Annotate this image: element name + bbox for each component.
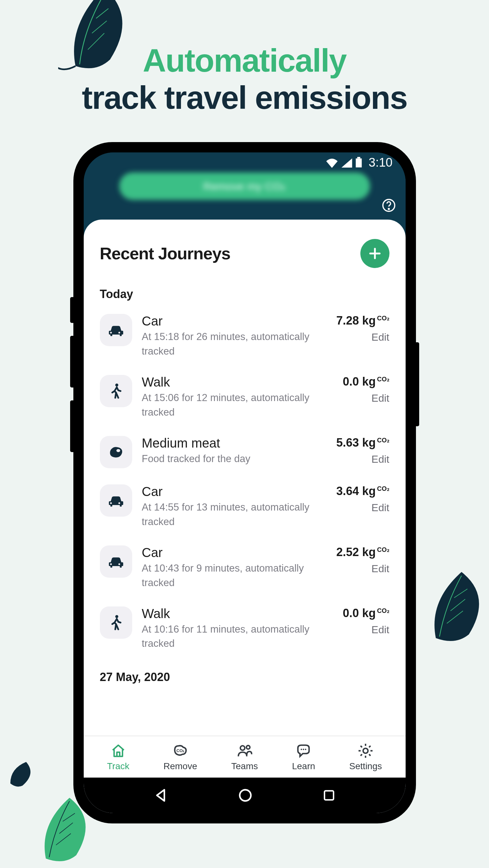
headline-line1: Automatically xyxy=(0,42,489,79)
nav-learn[interactable]: Learn xyxy=(292,742,315,771)
battery-icon xyxy=(355,157,362,168)
nav-remove[interactable]: Remove xyxy=(164,742,197,771)
svg-rect-5 xyxy=(324,791,334,800)
journey-row[interactable]: Car At 15:18 for 26 minutes, automatical… xyxy=(100,314,390,359)
svg-rect-1 xyxy=(357,157,360,159)
journey-title: Walk xyxy=(142,607,322,621)
signal-icon xyxy=(341,158,353,168)
headline-line2: track travel emissions xyxy=(0,79,489,116)
help-icon[interactable] xyxy=(382,198,396,213)
add-journey-button[interactable] xyxy=(361,239,390,268)
nav-label: Remove xyxy=(164,761,197,771)
journey-title: Car xyxy=(142,314,322,329)
svg-point-3 xyxy=(388,209,389,210)
car-icon xyxy=(100,546,132,578)
nav-track[interactable]: Track xyxy=(107,742,129,771)
journey-row[interactable]: Medium meat Food tracked for the day 5.6… xyxy=(100,436,390,468)
content-card: Recent Journeys Today Car At 15:18 for 2… xyxy=(84,220,406,813)
journey-amount: 0.0 kgCO₂ xyxy=(343,375,389,389)
people-icon xyxy=(236,742,253,759)
android-recents-icon[interactable] xyxy=(322,788,336,802)
leaf-decoration xyxy=(424,568,489,649)
phone-frame: 3:10 Remove my CO₂ Recent Journeys xyxy=(74,142,416,824)
journey-amount: 0.0 kgCO₂ xyxy=(343,607,389,620)
nav-teams[interactable]: Teams xyxy=(231,742,258,771)
walk-icon xyxy=(100,375,132,407)
android-nav-bar xyxy=(84,778,406,813)
edit-link[interactable]: Edit xyxy=(371,331,389,343)
nav-label: Learn xyxy=(292,761,315,771)
journey-amount: 3.64 kgCO₂ xyxy=(336,485,389,498)
nav-label: Track xyxy=(107,761,129,771)
app-header: Remove my CO₂ xyxy=(84,173,406,221)
journey-subtitle: At 15:18 for 26 minutes, automatically t… xyxy=(142,330,322,359)
gear-icon xyxy=(357,742,374,759)
edit-link[interactable]: Edit xyxy=(371,624,389,636)
edit-link[interactable]: Edit xyxy=(371,454,389,465)
journey-row[interactable]: Walk At 15:06 for 12 minutes, automatica… xyxy=(100,375,390,420)
journey-subtitle: Food tracked for the day xyxy=(142,452,322,466)
journey-subtitle: At 14:55 for 13 minutes, automatically t… xyxy=(142,500,322,529)
svg-point-4 xyxy=(239,790,251,801)
journey-subtitle: At 10:43 for 9 minutes, automatically tr… xyxy=(142,561,322,590)
meat-icon xyxy=(100,436,132,468)
pill-label: Remove my CO₂ xyxy=(203,180,286,193)
journey-title: Walk xyxy=(142,375,322,390)
journey-amount: 5.63 kgCO₂ xyxy=(336,436,389,450)
journey-amount: 7.28 kgCO₂ xyxy=(336,314,389,328)
nav-label: Settings xyxy=(349,761,382,771)
android-home-icon[interactable] xyxy=(238,788,253,803)
journey-row[interactable]: Walk At 10:16 for 11 minutes, automatica… xyxy=(100,607,390,651)
edit-link[interactable]: Edit xyxy=(371,563,389,575)
status-icons xyxy=(325,157,362,168)
journey-title: Car xyxy=(142,485,322,499)
edit-link[interactable]: Edit xyxy=(371,392,389,404)
wifi-icon xyxy=(325,158,338,168)
journey-title: Medium meat xyxy=(142,436,322,451)
car-icon xyxy=(100,314,132,346)
bottom-nav: Track Remove Teams Learn Settings xyxy=(84,736,406,778)
journey-row[interactable]: Car At 10:43 for 9 minutes, automaticall… xyxy=(100,546,390,590)
journey-subtitle: At 15:06 for 12 minutes, automatically t… xyxy=(142,391,322,420)
headline: Automatically track travel emissions xyxy=(0,42,489,116)
nav-label: Teams xyxy=(231,761,258,771)
previous-day-label: 27 May, 2020 xyxy=(100,671,390,684)
walk-icon xyxy=(100,607,132,639)
home-icon xyxy=(110,742,127,759)
car-icon xyxy=(100,485,132,517)
journey-title: Car xyxy=(142,546,322,560)
section-title: Recent Journeys xyxy=(100,244,230,263)
chat-icon xyxy=(295,742,312,759)
co2-icon xyxy=(172,742,189,759)
journey-amount: 2.52 kgCO₂ xyxy=(336,546,389,559)
day-label: Today xyxy=(100,287,390,301)
android-back-icon[interactable] xyxy=(153,788,168,803)
nav-settings[interactable]: Settings xyxy=(349,742,382,771)
status-bar: 3:10 xyxy=(84,152,406,173)
journey-row[interactable]: Car At 14:55 for 13 minutes, automatical… xyxy=(100,485,390,529)
svg-rect-0 xyxy=(355,159,362,167)
journey-subtitle: At 10:16 for 11 minutes, automatically t… xyxy=(142,622,322,651)
remove-co2-pill[interactable]: Remove my CO₂ xyxy=(119,173,370,200)
leaf-decoration xyxy=(3,755,42,795)
status-time: 3:10 xyxy=(369,156,393,169)
edit-link[interactable]: Edit xyxy=(371,502,389,514)
